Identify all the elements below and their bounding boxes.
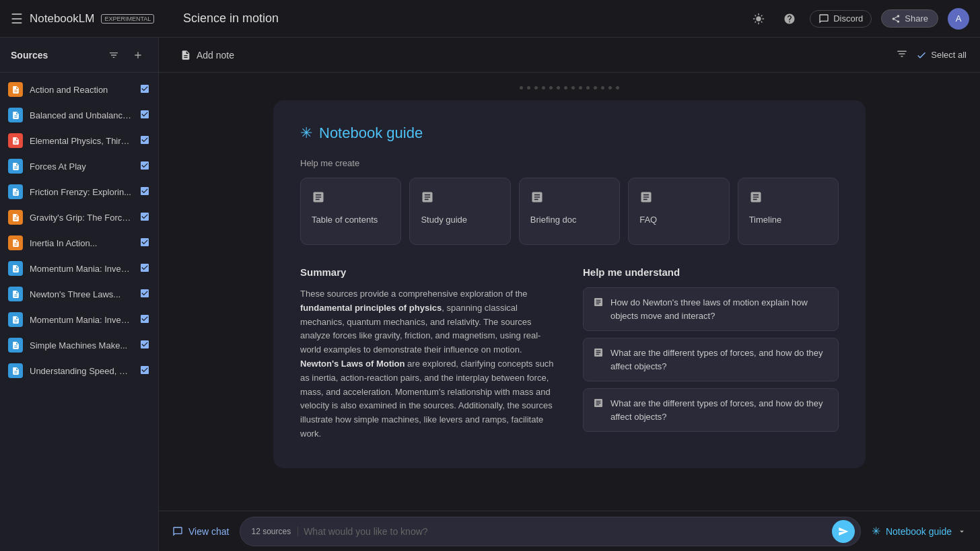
sidebar-item[interactable]: Simple Machines Make... bbox=[0, 332, 158, 358]
sidebar-item[interactable]: Momentum Mania: Inves... bbox=[0, 307, 158, 332]
source-name: Understanding Speed, Ve... bbox=[30, 366, 133, 376]
dot bbox=[520, 86, 523, 89]
hamburger-icon[interactable]: ☰ bbox=[11, 11, 23, 27]
source-icon bbox=[8, 338, 23, 353]
send-button[interactable] bbox=[832, 520, 855, 543]
topbar-left: ☰ NotebookLMEXPERIMENTAL bbox=[11, 11, 170, 27]
dot bbox=[579, 86, 582, 89]
source-icon bbox=[8, 287, 23, 301]
discord-button[interactable]: Discord bbox=[810, 10, 872, 28]
sidebar-header: Sources bbox=[0, 38, 158, 73]
sidebar-item[interactable]: Understanding Speed, Ve... bbox=[0, 358, 158, 383]
question-card[interactable]: What are the different types of forces, … bbox=[583, 338, 839, 381]
question-text: How do Newton's three laws of motion exp… bbox=[610, 296, 829, 322]
share-button[interactable]: Share bbox=[881, 9, 938, 28]
topbar-center: Science in motion bbox=[170, 11, 748, 26]
share-label: Share bbox=[905, 13, 928, 24]
notebook-guide-bottom-label: Notebook guide bbox=[886, 526, 952, 537]
card-study-guide[interactable]: Study guide bbox=[409, 178, 510, 245]
card-label: Briefing doc bbox=[530, 214, 608, 226]
add-note-button[interactable]: Add note bbox=[172, 46, 242, 65]
source-icon bbox=[8, 210, 23, 225]
card-label: Timeline bbox=[749, 214, 827, 226]
chat-input[interactable] bbox=[304, 526, 827, 537]
source-icon bbox=[8, 159, 23, 174]
check-icon bbox=[139, 186, 150, 198]
question-icon bbox=[593, 297, 604, 310]
card-icon bbox=[312, 190, 390, 207]
view-chat-button[interactable]: View chat bbox=[172, 526, 229, 537]
sidebar-icons bbox=[104, 46, 147, 65]
sidebar-item[interactable]: Inertia In Action... bbox=[0, 230, 158, 256]
check-icon bbox=[139, 237, 150, 250]
logo-text: NotebookLM bbox=[30, 12, 94, 26]
card-briefing-doc[interactable]: Briefing doc bbox=[519, 178, 620, 245]
sidebar-item[interactable]: Friction Frenzy: Explorin... bbox=[0, 179, 158, 205]
avatar[interactable]: A bbox=[948, 8, 969, 30]
source-icon bbox=[8, 108, 23, 122]
check-icon bbox=[139, 288, 150, 301]
add-source-icon[interactable] bbox=[129, 46, 147, 65]
source-name: Forces At Play bbox=[30, 161, 133, 172]
question-icon bbox=[593, 398, 604, 411]
notebook-guide-asterisk: ✳ bbox=[872, 525, 880, 538]
sidebar-item[interactable]: Balanced and Unbalance... bbox=[0, 102, 158, 128]
topbar: ☰ NotebookLMEXPERIMENTAL Science in moti… bbox=[0, 0, 980, 38]
source-icon bbox=[8, 261, 23, 276]
help-create-label: Help me create bbox=[300, 158, 839, 168]
card-label: FAQ bbox=[639, 214, 718, 226]
select-all-label: Select all bbox=[931, 50, 967, 60]
add-note-label: Add note bbox=[197, 50, 234, 61]
sidebar-item[interactable]: Forces At Play bbox=[0, 153, 158, 179]
question-card[interactable]: How do Newton's three laws of motion exp… bbox=[583, 287, 839, 331]
sources-badge: 12 sources bbox=[251, 527, 298, 536]
view-chat-label: View chat bbox=[188, 526, 229, 537]
toolbar-right: Select all bbox=[896, 48, 967, 63]
card-icon bbox=[530, 190, 608, 207]
dot bbox=[608, 86, 612, 89]
dot bbox=[616, 86, 619, 89]
check-icon bbox=[139, 160, 150, 173]
source-icon bbox=[8, 184, 23, 199]
source-name: Elemental Physics, Third... bbox=[30, 136, 133, 146]
dot bbox=[586, 86, 590, 89]
question-icon bbox=[593, 347, 604, 361]
dot bbox=[534, 86, 538, 89]
understand-title: Help me understand bbox=[583, 266, 839, 278]
sidebar-item[interactable]: Momentum Mania: Inves... bbox=[0, 256, 158, 281]
dots-row bbox=[273, 86, 866, 89]
panel-header: ✳ Notebook guide bbox=[300, 124, 839, 142]
bottom-bar: View chat 12 sources ✳ Notebook guide bbox=[159, 511, 980, 551]
summary-text: These sources provide a comprehensive ex… bbox=[300, 287, 556, 441]
select-all-button[interactable]: Select all bbox=[916, 50, 967, 61]
panel-title: Notebook guide bbox=[319, 124, 423, 142]
dot bbox=[571, 86, 575, 89]
source-name: Friction Frenzy: Explorin... bbox=[30, 187, 133, 197]
brightness-icon[interactable] bbox=[748, 8, 769, 30]
sidebar-item[interactable]: Action and Reaction bbox=[0, 77, 158, 102]
sidebar-item[interactable]: Newton's Three Laws... bbox=[0, 281, 158, 307]
sidebar-item[interactable]: Gravity's Grip: The Force... bbox=[0, 205, 158, 230]
card-timeline[interactable]: Timeline bbox=[738, 178, 839, 245]
help-icon[interactable] bbox=[779, 8, 800, 30]
card-faq[interactable]: FAQ bbox=[628, 178, 729, 245]
sidebar-item[interactable]: Elemental Physics, Third... bbox=[0, 128, 158, 153]
filter-icon[interactable] bbox=[104, 46, 123, 65]
question-card[interactable]: What are the different types of forces, … bbox=[583, 388, 839, 432]
check-icon bbox=[139, 365, 150, 377]
dot bbox=[527, 86, 530, 89]
card-icon bbox=[421, 190, 499, 207]
source-name: Simple Machines Make... bbox=[30, 340, 133, 351]
sort-icon[interactable] bbox=[896, 48, 908, 63]
check-icon bbox=[139, 135, 150, 147]
question-text: What are the different types of forces, … bbox=[610, 397, 829, 423]
discord-label: Discord bbox=[833, 13, 863, 24]
source-name: Momentum Mania: Inves... bbox=[30, 315, 133, 325]
dot bbox=[557, 86, 560, 89]
two-col: Summary These sources provide a comprehe… bbox=[300, 266, 839, 441]
check-icon bbox=[139, 339, 150, 352]
content-toolbar: Add note Select all bbox=[159, 38, 980, 73]
question-text: What are the different types of forces, … bbox=[610, 346, 829, 373]
card-table-of-contents[interactable]: Table of contents bbox=[300, 178, 401, 245]
notebook-guide-bottom-button[interactable]: ✳ Notebook guide bbox=[872, 525, 967, 538]
